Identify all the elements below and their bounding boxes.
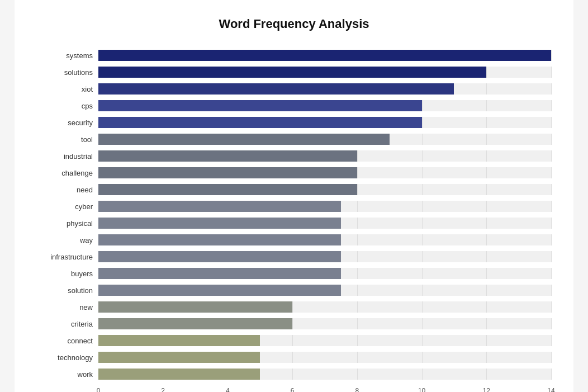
bar-label: cps	[37, 102, 98, 110]
x-tick-label: 2	[161, 387, 165, 392]
x-tick-label: 6	[291, 387, 295, 392]
bar-row: xiot	[37, 82, 551, 96]
bar-label: challenge	[37, 169, 98, 177]
bar-row: buyers	[37, 266, 551, 281]
bar-fill	[98, 268, 341, 279]
bar-row: industrial	[37, 149, 551, 163]
bar-fill	[98, 134, 390, 145]
bar-fill	[98, 234, 341, 245]
bar-label: solutions	[37, 68, 98, 77]
bar-row: solution	[37, 283, 551, 297]
bar-fill	[98, 67, 486, 78]
bar-fill	[98, 335, 260, 346]
bar-track	[98, 67, 551, 78]
x-tick-label: 4	[226, 387, 230, 392]
bar-row: way	[37, 233, 551, 247]
bar-fill	[98, 201, 341, 212]
chart-title: Word Frequency Analysis	[37, 17, 551, 31]
bar-row: criteria	[37, 317, 551, 331]
bar-track	[98, 335, 551, 346]
bar-row: solutions	[37, 65, 551, 79]
x-tick-label: 12	[483, 387, 490, 392]
bar-label: xiot	[37, 85, 98, 93]
bar-row: systems	[37, 48, 551, 63]
bar-label: tool	[37, 135, 98, 144]
bar-fill	[98, 167, 357, 178]
bar-label: physical	[37, 219, 98, 228]
bar-track	[98, 167, 551, 178]
bar-fill	[98, 150, 357, 162]
x-tick-label: 14	[547, 387, 554, 392]
bar-track	[98, 318, 551, 329]
bar-track	[98, 184, 551, 195]
bar-fill	[98, 318, 292, 329]
bar-track	[98, 218, 551, 229]
bar-label: connect	[37, 337, 98, 345]
bar-row: connect	[37, 333, 551, 348]
bar-label: way	[37, 236, 98, 244]
bar-row: security	[37, 115, 551, 130]
bar-row: challenge	[37, 166, 551, 180]
bar-track	[98, 234, 551, 245]
x-tick-label: 0	[97, 387, 101, 392]
bar-row: physical	[37, 216, 551, 230]
bar-fill	[98, 301, 292, 313]
x-axis-area: 02468101214	[37, 387, 551, 392]
bar-row: cps	[37, 98, 551, 113]
bar-fill	[98, 83, 454, 95]
bar-track	[98, 285, 551, 296]
bar-track	[98, 369, 551, 380]
bar-label: work	[37, 370, 98, 379]
bar-track	[98, 100, 551, 111]
bar-fill	[98, 285, 341, 296]
bar-fill	[98, 352, 260, 363]
bar-label: systems	[37, 51, 98, 60]
bar-track	[98, 251, 551, 262]
bar-fill	[98, 100, 422, 111]
bar-row: technology	[37, 350, 551, 365]
x-tick-label: 10	[418, 387, 425, 392]
bar-label: industrial	[37, 152, 98, 160]
x-tick-label: 8	[355, 387, 359, 392]
bar-track	[98, 352, 551, 363]
bar-label: new	[37, 303, 98, 311]
bar-track	[98, 268, 551, 279]
bar-track	[98, 50, 551, 61]
bar-fill	[98, 117, 422, 128]
bar-row: need	[37, 182, 551, 197]
bar-track	[98, 117, 551, 128]
bar-fill	[98, 184, 357, 195]
bar-label: criteria	[37, 320, 98, 328]
chart-container: Word Frequency Analysis systemssolutions…	[15, 0, 573, 392]
bar-label: security	[37, 119, 98, 127]
bar-row: new	[37, 300, 551, 314]
bar-track	[98, 301, 551, 313]
bar-row: tool	[37, 132, 551, 147]
bar-label: buyers	[37, 270, 98, 278]
bar-label: cyber	[37, 202, 98, 211]
bar-row: cyber	[37, 199, 551, 214]
bar-label: solution	[37, 286, 98, 295]
bar-row: work	[37, 367, 551, 381]
bar-label: technology	[37, 353, 98, 362]
bar-fill	[98, 218, 341, 229]
bar-row: infrastructure	[37, 249, 551, 264]
bar-track	[98, 83, 551, 95]
bar-track	[98, 201, 551, 212]
bar-track	[98, 150, 551, 162]
bar-fill	[98, 50, 551, 61]
bar-label: infrastructure	[37, 253, 98, 261]
bar-label: need	[37, 186, 98, 194]
bar-track	[98, 134, 551, 145]
chart-area: systemssolutionsxiotcpssecuritytoolindus…	[37, 48, 551, 382]
bar-fill	[98, 369, 260, 380]
bar-fill	[98, 251, 341, 262]
